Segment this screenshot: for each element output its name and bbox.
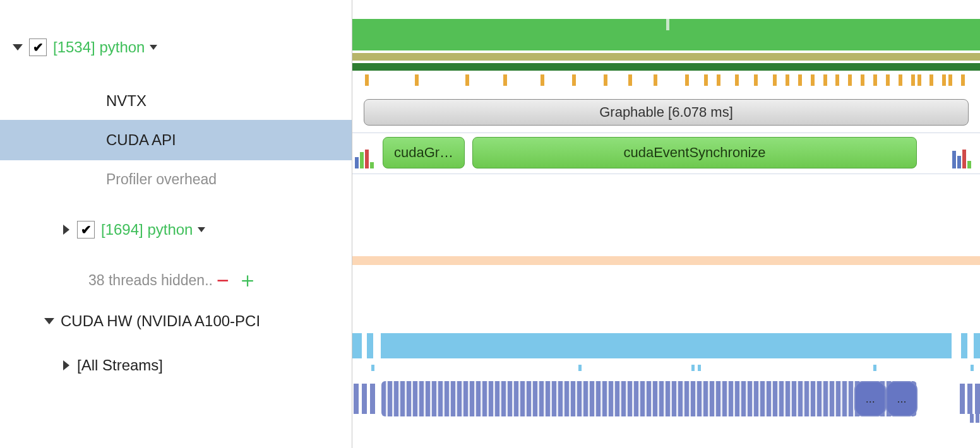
process-row-1694[interactable]: ✔ [1694] python xyxy=(0,198,352,261)
process-label: [1694] python xyxy=(101,221,193,239)
hw-marker xyxy=(578,365,582,371)
event-tick[interactable] xyxy=(654,74,657,86)
event-tick[interactable] xyxy=(717,74,720,86)
kernel-mini xyxy=(970,414,974,423)
hw-activity-segment[interactable] xyxy=(961,333,967,358)
hw-marker xyxy=(698,365,701,371)
hw-marker xyxy=(371,365,374,371)
mini-bar xyxy=(370,162,374,168)
dropdown-icon[interactable] xyxy=(198,227,205,232)
api-mini-bars-left xyxy=(354,147,379,168)
all-streams-label: [All Streams] xyxy=(77,357,163,374)
cuda-api-label: CUDA API xyxy=(106,131,176,149)
event-tick[interactable] xyxy=(465,74,469,86)
event-tick[interactable] xyxy=(704,74,708,86)
row-profiler-overhead[interactable]: Profiler overhead xyxy=(0,160,352,198)
cuda-hw-label: CUDA HW (NVIDIA A100-PCI xyxy=(61,312,260,330)
kernel-node[interactable]: ... xyxy=(886,381,917,416)
event-tick[interactable] xyxy=(628,74,632,86)
cuda-api-call-short[interactable]: cudaGr… xyxy=(383,137,465,168)
kernel-sliver[interactable] xyxy=(354,384,359,414)
nvtx-range[interactable]: Graphable [6.078 ms] xyxy=(364,99,969,126)
checkbox-process-1694[interactable]: ✔ xyxy=(77,221,95,239)
event-tick[interactable] xyxy=(798,74,802,86)
event-tick[interactable] xyxy=(948,74,952,86)
checkbox-process-1534[interactable]: ✔ xyxy=(29,38,47,56)
dropdown-icon[interactable] xyxy=(150,45,157,50)
event-tick[interactable] xyxy=(415,74,419,86)
event-tick[interactable] xyxy=(604,74,607,86)
event-tick[interactable] xyxy=(835,74,839,86)
sub-bar-2[interactable] xyxy=(352,63,980,71)
thread-activity-bar[interactable] xyxy=(352,19,980,50)
row-nvtx[interactable]: NVTX xyxy=(0,82,352,120)
mini-bar xyxy=(967,161,971,168)
sub-bar-1[interactable] xyxy=(352,53,980,61)
hw-activity-segment[interactable] xyxy=(352,333,362,358)
kernel-sliver[interactable] xyxy=(960,384,965,414)
chevron-down-icon[interactable] xyxy=(13,44,23,50)
kernel-sliver[interactable] xyxy=(967,384,972,414)
kernel-node[interactable]: ... xyxy=(854,381,886,416)
chevron-down-icon[interactable] xyxy=(44,318,54,324)
kernel-sliver[interactable] xyxy=(362,384,367,414)
event-tick[interactable] xyxy=(886,74,890,86)
hw-marker xyxy=(971,365,974,371)
event-tick[interactable] xyxy=(541,74,544,86)
hw-marker xyxy=(873,365,876,371)
timeline-panel[interactable]: Graphable [6.078 ms] cudaGr… cudaEventSy… xyxy=(352,0,980,448)
nvtx-label: NVTX xyxy=(106,92,146,110)
event-tick[interactable] xyxy=(899,74,902,86)
event-tick[interactable] xyxy=(823,74,827,86)
row-all-streams[interactable]: [All Streams] xyxy=(0,343,352,387)
timeline-overhead-row xyxy=(352,175,980,213)
chevron-right-icon[interactable] xyxy=(63,225,69,235)
process-row-1534[interactable]: ✔ [1534] python xyxy=(0,0,352,82)
timeline-cuda-api-row: cudaGr… cudaEventSynchronize xyxy=(352,133,980,174)
event-tick[interactable] xyxy=(365,74,369,86)
expand-button[interactable]: ＋ xyxy=(237,266,258,295)
time-marker-icon[interactable] xyxy=(666,19,669,30)
event-tick[interactable] xyxy=(786,74,789,86)
event-tick[interactable] xyxy=(754,74,758,86)
event-ticks xyxy=(352,74,980,86)
event-tick[interactable] xyxy=(929,74,933,86)
event-tick[interactable] xyxy=(848,74,852,86)
kernel-stream[interactable] xyxy=(381,381,917,416)
mini-bar xyxy=(957,156,961,168)
timeline-hidden-row xyxy=(352,276,980,313)
kernel-mini xyxy=(976,405,979,423)
kernel-sliver[interactable] xyxy=(370,384,375,414)
event-tick[interactable] xyxy=(685,74,689,86)
api-mini-bars-right xyxy=(952,147,977,168)
event-tick[interactable] xyxy=(773,74,777,86)
collapse-button[interactable]: − xyxy=(217,268,229,293)
overhead-label: Profiler overhead xyxy=(106,171,217,188)
thread-activity-strip[interactable] xyxy=(352,256,980,265)
hw-activity-segment[interactable] xyxy=(367,333,373,358)
row-cuda-hw[interactable]: CUDA HW (NVIDIA A100-PCI xyxy=(0,299,352,343)
event-tick[interactable] xyxy=(873,74,877,86)
tree-panel: ✔ [1534] python NVTX CUDA API Profiler o… xyxy=(0,0,352,448)
mini-bar xyxy=(355,157,359,168)
row-cuda-api[interactable]: CUDA API xyxy=(0,120,352,160)
event-tick[interactable] xyxy=(861,74,864,86)
timeline-cuda-hw-row xyxy=(352,328,980,372)
event-tick[interactable] xyxy=(503,74,507,86)
timeline-header-bars xyxy=(352,0,980,95)
mini-bar xyxy=(365,150,369,168)
hw-activity-segment[interactable] xyxy=(974,333,980,358)
event-tick[interactable] xyxy=(911,74,915,86)
mini-bar xyxy=(360,152,364,168)
chevron-right-icon[interactable] xyxy=(63,360,69,370)
cuda-api-call-long[interactable]: cudaEventSynchronize xyxy=(472,137,917,168)
event-tick[interactable] xyxy=(572,74,576,86)
event-tick[interactable] xyxy=(961,74,965,86)
hw-marker xyxy=(691,365,695,371)
event-tick[interactable] xyxy=(811,74,815,86)
timeline-nvtx-row: Graphable [6.078 ms] xyxy=(352,95,980,130)
hw-activity-segment[interactable] xyxy=(381,333,952,358)
event-tick[interactable] xyxy=(942,74,946,86)
event-tick[interactable] xyxy=(917,74,921,86)
event-tick[interactable] xyxy=(735,74,739,86)
